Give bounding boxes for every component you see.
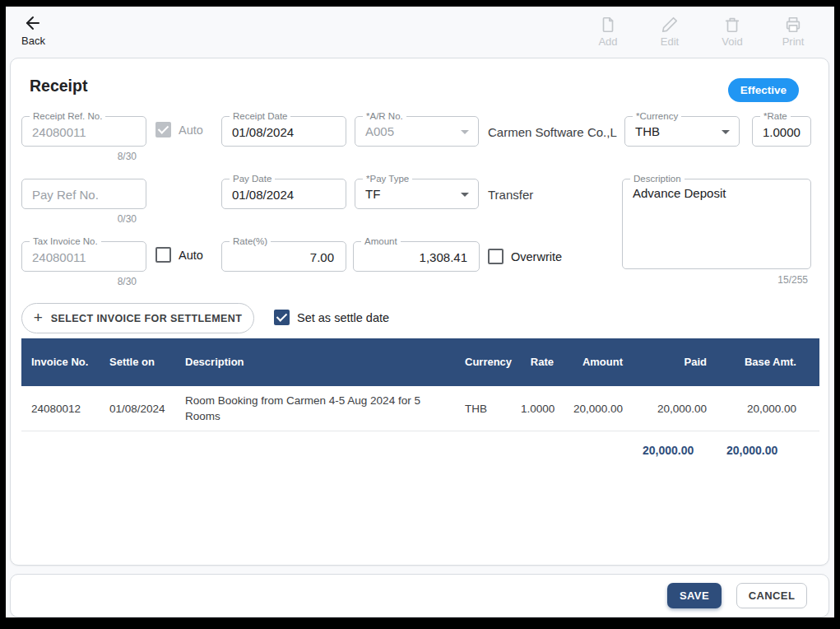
currency-label: *Currency xyxy=(633,111,681,122)
description-label: Description xyxy=(630,174,685,184)
overwrite-label: Overwrite xyxy=(511,250,562,263)
pay-date-field[interactable]: Pay Date xyxy=(221,179,346,209)
app-window: Back Add Edit Void Print Receipt Effecti… xyxy=(0,0,840,629)
pay-type-select[interactable]: *Pay Type TF xyxy=(355,179,479,209)
back-label: Back xyxy=(21,35,45,47)
add-button[interactable]: Add xyxy=(589,16,627,48)
set-as-settle-date-label: Set as settle date xyxy=(297,311,389,324)
auto-tax-checkbox[interactable] xyxy=(155,247,171,263)
col-amount: Amount xyxy=(564,338,633,386)
pay-type-name-text: Transfer xyxy=(488,188,533,202)
trash-icon xyxy=(723,16,741,34)
set-as-settle-date-checkbox[interactable] xyxy=(274,310,290,325)
document-add-icon xyxy=(599,16,617,34)
description-field[interactable]: Description Advance Deposit xyxy=(622,179,811,269)
col-paid: Paid xyxy=(633,338,717,386)
total-paid: 20,000.00 xyxy=(633,431,717,468)
printer-icon xyxy=(784,16,802,34)
overwrite-checkbox[interactable] xyxy=(488,249,504,264)
print-label: Print xyxy=(782,35,805,48)
cell-currency: THB xyxy=(455,386,511,431)
cell-rate: 1.0000 xyxy=(511,386,564,431)
status-badge: Effective xyxy=(728,78,799,102)
col-rate: Rate xyxy=(511,338,564,386)
totals-row: 20,000.00 20,000.00 xyxy=(21,431,819,468)
pencil-icon xyxy=(661,16,679,34)
page-title: Receipt xyxy=(30,77,87,96)
print-button[interactable]: Print xyxy=(774,16,812,48)
rate-field[interactable]: *Rate xyxy=(752,116,811,147)
tax-rate-label: Rate(%) xyxy=(230,236,271,247)
arrow-left-icon xyxy=(23,13,43,33)
tax-invoice-no-counter: 8/30 xyxy=(21,276,146,287)
tax-invoice-no-label: Tax Invoice No. xyxy=(30,236,101,247)
receipt-form-panel: Receipt Effective Receipt Ref. No. 8/30 … xyxy=(10,58,829,566)
footer-action-bar: SAVE CANCEL xyxy=(10,574,829,617)
col-description: Description xyxy=(175,338,455,386)
receipt-ref-no-label: Receipt Ref. No. xyxy=(30,111,105,122)
tax-amount-field[interactable]: Amount xyxy=(353,241,480,272)
cell-paid: 20,000.00 xyxy=(633,386,717,431)
table-header-row: Invoice No. Settle on Description Curren… xyxy=(21,338,819,386)
tax-rate-field[interactable]: Rate(%) xyxy=(221,241,346,272)
auto-receipt-label: Auto xyxy=(179,123,203,137)
total-base-amt: 20,000.00 xyxy=(717,431,819,468)
ar-no-label: *A/R No. xyxy=(363,111,406,122)
rate-label: *Rate xyxy=(760,111,791,122)
tax-invoice-no-field[interactable]: Tax Invoice No. xyxy=(21,241,146,272)
cell-invoice-no: 24080012 xyxy=(21,386,100,431)
cell-base-amt: 20,000.00 xyxy=(717,386,819,431)
receipt-date-label: Receipt Date xyxy=(230,111,290,122)
save-button[interactable]: SAVE xyxy=(667,583,722,608)
auto-tax-label: Auto xyxy=(179,249,203,262)
void-button[interactable]: Void xyxy=(713,16,751,48)
select-invoice-for-settlement-button[interactable]: + SELECT INVOICE FOR SETTLEMENT xyxy=(21,303,254,333)
edit-button[interactable]: Edit xyxy=(651,16,689,48)
pay-ref-no-input[interactable] xyxy=(22,179,146,208)
col-invoice-no: Invoice No. xyxy=(21,338,100,386)
cell-settle-on: 01/08/2024 xyxy=(100,386,175,431)
receipt-ref-no-field[interactable]: Receipt Ref. No. xyxy=(21,116,146,147)
description-counter: 15/255 xyxy=(622,274,811,286)
back-button[interactable]: Back xyxy=(21,13,45,47)
receipt-date-field[interactable]: Receipt Date xyxy=(221,116,346,147)
cell-amount: 20,000.00 xyxy=(564,386,633,431)
auto-receipt-checkbox[interactable] xyxy=(155,122,171,137)
pay-ref-no-field[interactable] xyxy=(21,179,146,209)
add-label: Add xyxy=(598,35,617,48)
ar-name-text: Carmen Software Co.,L xyxy=(488,125,617,139)
invoice-table: Invoice No. Settle on Description Curren… xyxy=(21,338,819,467)
void-label: Void xyxy=(722,35,742,48)
pay-ref-no-counter: 0/30 xyxy=(21,213,146,225)
tax-amount-label: Amount xyxy=(361,236,401,247)
table-row[interactable]: 24080012 01/08/2024 Room Booking from Ca… xyxy=(21,386,819,431)
plus-icon: + xyxy=(34,310,43,325)
select-invoice-button-label: SELECT INVOICE FOR SETTLEMENT xyxy=(51,313,242,324)
pay-date-label: Pay Date xyxy=(230,174,275,184)
col-base-amt: Base Amt. xyxy=(717,338,819,386)
col-settle-on: Settle on xyxy=(100,338,175,386)
ar-no-select[interactable]: *A/R No. A005 xyxy=(355,116,479,147)
currency-select[interactable]: *Currency THB xyxy=(624,116,740,147)
description-textarea[interactable]: Advance Deposit xyxy=(623,179,810,268)
col-currency: Currency xyxy=(455,338,511,386)
receipt-ref-no-counter: 8/30 xyxy=(21,151,146,162)
edit-label: Edit xyxy=(661,35,679,48)
pay-type-label: *Pay Type xyxy=(363,174,412,184)
cancel-button[interactable]: CANCEL xyxy=(736,583,807,608)
cell-description: Room Booking from Carmen 4-5 Aug 2024 fo… xyxy=(175,386,455,431)
